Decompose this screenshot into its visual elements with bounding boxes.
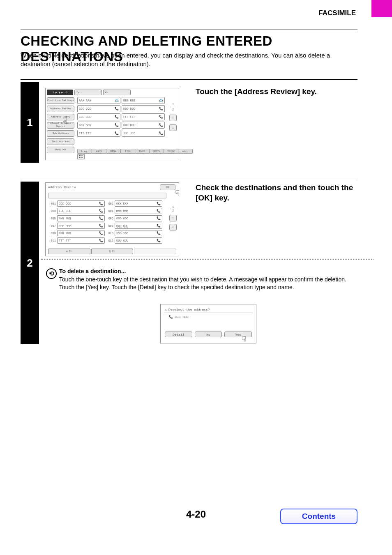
- step-1-heading: Touch the [Address Review] key.: [196, 87, 317, 96]
- alpha-tab[interactable]: QRSTU: [149, 149, 164, 154]
- alpha-tabs: Freq. ABCD EFGH IJKL MNOP QRSTU VWXYZ et…: [77, 149, 192, 154]
- review-key[interactable]: NNN NNN📞: [57, 215, 105, 221]
- phone-icon: 📞: [159, 107, 163, 111]
- phone-icon: 📞: [157, 202, 161, 205]
- phone-icon: 📞: [159, 131, 163, 135]
- destination-key[interactable]: DDD DDD📞: [122, 105, 165, 112]
- destination-key[interactable]: HHH HHH📞: [122, 122, 165, 129]
- alpha-tab[interactable]: MNOP: [135, 149, 150, 154]
- phone-icon: 📞: [99, 216, 103, 220]
- info-icon: ⟲: [46, 268, 57, 279]
- deselect-dialog: ⚠ Deselect the address? 📞 BBB BBB Detail…: [160, 304, 256, 343]
- divider: [21, 179, 357, 179]
- expand-icon[interactable]: ⛶: [77, 154, 85, 159]
- review-key[interactable]: UUU UUU📞: [115, 237, 162, 244]
- cc-tab[interactable]: ⎘Cc: [91, 249, 134, 254]
- review-key[interactable]: KKK KKK📞: [115, 200, 162, 207]
- destination-key[interactable]: AAA AAA📇: [77, 97, 120, 104]
- destination-key[interactable]: BBB BBB📇: [122, 97, 165, 104]
- page-up-button[interactable]: ↑: [169, 115, 177, 121]
- ok-button[interactable]: OK: [160, 184, 175, 190]
- destination-key[interactable]: CCC CCC📞: [77, 105, 120, 112]
- alpha-tab[interactable]: ABCD: [92, 149, 106, 154]
- phone-icon: 📞: [169, 315, 173, 319]
- phone-icon: 📞: [115, 131, 119, 135]
- review-key[interactable]: CCC CCC📞: [57, 200, 105, 207]
- cc-button[interactable]: Cc: [103, 90, 131, 95]
- dialog-message: ⚠ Deselect the address?: [165, 308, 210, 311]
- selection-bar: [48, 193, 166, 198]
- contents-button[interactable]: Contents: [280, 509, 357, 524]
- phone-icon: 📞: [157, 239, 161, 242]
- address-review-screen: Address Review OK ☟ 001CCC CCC📞 002KKK K…: [45, 182, 179, 256]
- step-2-number: 2: [21, 182, 39, 344]
- phone-icon: 📞: [99, 239, 103, 242]
- condition-settings-button[interactable]: Condition Settings: [47, 97, 74, 104]
- phone-icon: 📞: [159, 123, 163, 127]
- review-key[interactable]: SSS SSS📞: [115, 230, 162, 236]
- review-grid: 001CCC CCC📞 002KKK KKK📞 003LLL LLL📞 004M…: [48, 200, 162, 244]
- alpha-tab[interactable]: Freq.: [77, 149, 92, 154]
- review-key[interactable]: MMM MMM📞: [115, 208, 162, 214]
- phone-icon: 📞: [157, 224, 161, 228]
- review-key[interactable]: LLL LLL📞: [57, 208, 105, 214]
- global-address-search-button[interactable]: Global Address Search: [47, 122, 74, 129]
- cc-icon: ⎘: [109, 250, 111, 253]
- phone-icon: 📞: [115, 107, 119, 111]
- breadcrumb: 5 ▶ ▮ ▶ 15: [47, 90, 73, 95]
- detail-button[interactable]: Detail: [165, 332, 192, 337]
- dashed-divider: [41, 259, 374, 260]
- bottom-tabs: ✉To ⎘Cc: [48, 249, 176, 254]
- phone-icon: 📞: [115, 123, 119, 127]
- destination-key[interactable]: III III📞: [77, 130, 120, 137]
- divider: [21, 79, 357, 80]
- delete-instructions: To delete a destination... Touch the one…: [59, 267, 353, 292]
- sub-address-button[interactable]: Sub Address: [47, 130, 74, 137]
- destination-key[interactable]: EEE EEE📞: [77, 113, 120, 120]
- phone-icon: 📞: [99, 231, 103, 235]
- phone-icon: 📞: [99, 224, 103, 228]
- phone-icon: 📞: [99, 202, 103, 205]
- destination-grid: AAA AAA📇 BBB BBB📇 CCC CCC📞 DDD DDD📞 EEE …: [77, 97, 165, 137]
- review-key[interactable]: RRR RRR📞: [57, 230, 105, 236]
- page-down-button[interactable]: ↓: [169, 124, 177, 131]
- address-entry-screen: 5 ▶ ▮ ▶ 15 To Cc Condition Settings Addr…: [45, 88, 179, 160]
- review-key[interactable]: OOO OOO📞: [115, 215, 162, 221]
- page-up-button[interactable]: ↑: [169, 215, 177, 221]
- preview-button[interactable]: Preview: [47, 147, 74, 153]
- contact-icon: 📇: [159, 99, 163, 102]
- sort-address-button[interactable]: Sort Address: [47, 138, 74, 145]
- info-body: Touch the one-touch key of the destinati…: [59, 276, 346, 291]
- review-key[interactable]: TTT TTT📞: [57, 237, 105, 244]
- destination-key[interactable]: GGG GGG📞: [77, 122, 120, 129]
- step-2-heading: Check the destinations and then touch th…: [196, 183, 356, 203]
- step-1-number: 1: [21, 82, 39, 163]
- left-menu: Condition Settings Address Review Addres…: [47, 97, 74, 153]
- page-down-button[interactable]: ↓: [169, 224, 177, 230]
- review-key[interactable]: QQQ QQQ📞: [115, 223, 162, 229]
- phone-icon: 📞: [159, 115, 163, 119]
- intro-paragraph: When multiple destinations have been ent…: [21, 51, 357, 68]
- review-key[interactable]: PPP PPP📞: [57, 223, 105, 229]
- yes-button[interactable]: Yes: [224, 332, 252, 337]
- to-tab[interactable]: ✉To: [48, 249, 90, 254]
- alpha-tab[interactable]: VWXYZ: [164, 149, 178, 154]
- warning-icon: ⚠: [165, 308, 167, 311]
- address-entry-button[interactable]: Address Entry: [47, 114, 74, 120]
- alpha-tab[interactable]: etc.: [178, 149, 193, 154]
- phone-icon: 📞: [157, 231, 161, 235]
- alpha-tab[interactable]: EFGH: [106, 149, 121, 154]
- info-title: To delete a destination...: [59, 268, 126, 274]
- header-section: FACSIMILE: [0, 9, 392, 17]
- destination-key[interactable]: JJJ JJJ📞: [122, 130, 165, 137]
- contact-icon: 📇: [115, 99, 119, 102]
- alpha-tab[interactable]: IJKL: [120, 149, 135, 154]
- address-review-button[interactable]: Address Review: [47, 106, 74, 112]
- to-button[interactable]: To: [74, 90, 102, 95]
- destination-key[interactable]: FFF FFF📞: [122, 113, 165, 120]
- divider: [164, 313, 253, 313]
- phone-icon: 📞: [115, 115, 119, 119]
- no-button[interactable]: No: [195, 332, 222, 337]
- mail-icon: ✉: [66, 250, 68, 253]
- phone-icon: 📞: [99, 209, 103, 213]
